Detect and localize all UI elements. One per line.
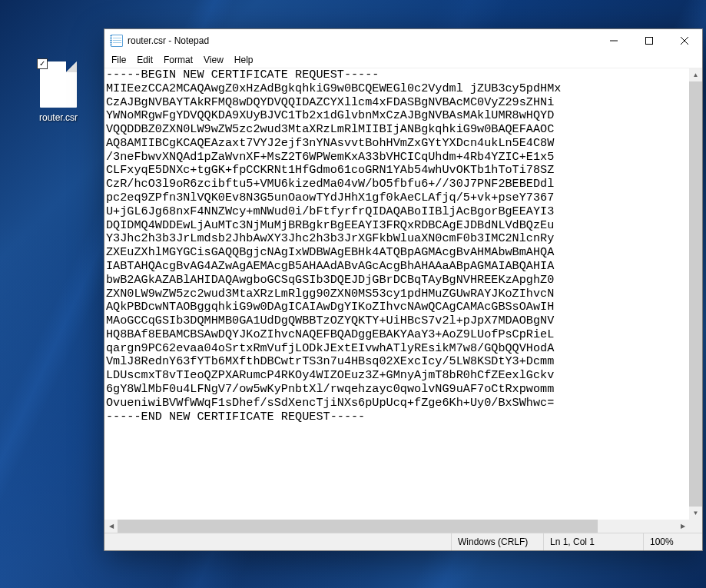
titlebar[interactable]: router.csr - Notepad [104,29,702,52]
maximize-button[interactable] [631,29,667,52]
resize-grip[interactable] [689,533,702,550]
menu-edit[interactable]: Edit [131,54,158,66]
editor-area: -----BEGIN NEW CERTIFICATE REQUEST----- … [104,68,702,533]
status-encoding: Windows (CRLF) [451,533,543,550]
status-bar: Windows (CRLF) Ln 1, Col 1 100% [104,533,702,550]
svg-rect-1 [646,38,653,45]
vertical-scrollbar[interactable]: ▲ ▼ [689,68,702,520]
text-content[interactable]: -----BEGIN NEW CERTIFICATE REQUEST----- … [104,68,689,520]
window-title: router.csr - Notepad [128,35,209,46]
minimize-button[interactable] [596,29,631,52]
scroll-thumb-v[interactable] [689,81,702,507]
menu-help[interactable]: Help [229,54,259,66]
scroll-thumb-h[interactable] [118,520,598,533]
scroll-track-v[interactable] [689,81,702,507]
menu-view[interactable]: View [198,54,229,66]
scroll-left-icon[interactable]: ◀ [104,520,118,533]
desktop-file-label: router.csr [29,112,88,123]
status-zoom: 100% [643,533,689,550]
desktop-file-icon[interactable]: ✓ router.csr [29,61,88,123]
scroll-right-icon[interactable]: ▶ [676,520,689,533]
menu-file[interactable]: File [106,54,131,66]
notepad-window: router.csr - Notepad File Edit Format Vi… [104,28,703,551]
horizontal-scrollbar[interactable]: ◀ ▶ [104,520,689,533]
menu-format[interactable]: Format [158,54,198,66]
status-cursor-position: Ln 1, Col 1 [543,533,643,550]
scroll-up-icon[interactable]: ▲ [689,68,702,81]
scroll-corner [689,520,702,533]
close-button[interactable] [667,29,702,52]
notepad-app-icon [111,35,123,47]
file-selection-checkbox[interactable]: ✓ [37,58,48,69]
file-icon: ✓ [40,61,77,108]
scroll-track-h[interactable] [118,520,676,533]
scroll-down-icon[interactable]: ▼ [689,507,702,520]
menu-bar: File Edit Format View Help [104,52,702,68]
